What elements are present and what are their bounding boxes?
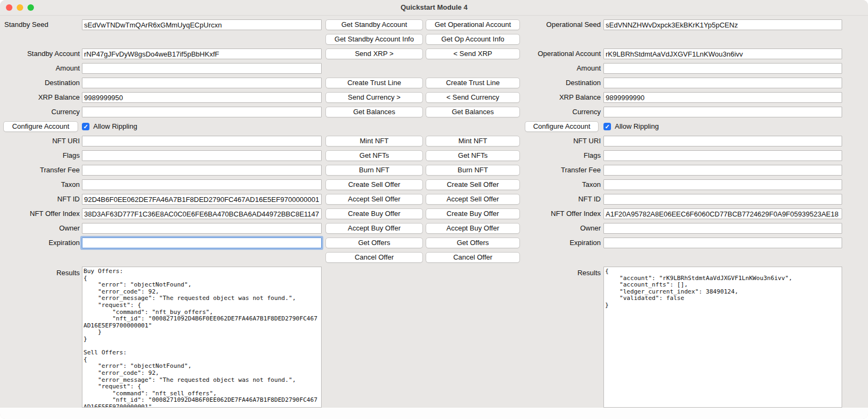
- standby-nft-id-label: NFT ID: [0, 194, 80, 205]
- standby-amount-input[interactable]: [82, 63, 322, 74]
- operational-amount-input[interactable]: [603, 63, 842, 74]
- app-window: Quickstart Module 4 Standby Seed Standby…: [0, 0, 868, 419]
- standby-results-label: Results: [0, 268, 80, 278]
- operational-nft-id-input[interactable]: [603, 194, 842, 205]
- operational-amount-label: Amount: [520, 63, 601, 74]
- operational-expiration-label: Expiration: [520, 238, 601, 248]
- operational-flags-input[interactable]: [603, 150, 842, 161]
- create-buy-offer-operational-button[interactable]: Create Buy Offer: [426, 208, 520, 219]
- create-sell-offer-standby-button[interactable]: Create Sell Offer: [325, 179, 423, 190]
- standby-nft-uri-label: NFT URI: [0, 136, 80, 146]
- standby-nft-offer-index-input[interactable]: [82, 208, 322, 219]
- operational-results-text[interactable]: { "account": "rK9LBRhStdmtAaVdJXGVF1LnKW…: [603, 267, 842, 408]
- burn-nft-operational-button[interactable]: Burn NFT: [426, 165, 520, 176]
- operational-transfer-fee-label: Transfer Fee: [520, 165, 601, 176]
- standby-currency-input[interactable]: [82, 107, 322, 117]
- operational-owner-input[interactable]: [603, 223, 842, 234]
- standby-seed-input[interactable]: [82, 19, 322, 30]
- standby-xrp-balance-input[interactable]: [82, 92, 322, 103]
- standby-nft-id-input[interactable]: [82, 194, 322, 205]
- standby-flags-label: Flags: [0, 150, 80, 161]
- send-currency-operational-button[interactable]: < Send Currency: [426, 92, 520, 103]
- send-xrp-standby-button[interactable]: Send XRP >: [325, 48, 423, 59]
- create-trust-line-standby-button[interactable]: Create Trust Line: [325, 78, 423, 88]
- operational-xrp-balance-input[interactable]: [603, 92, 842, 103]
- standby-expiration-input[interactable]: [82, 238, 322, 248]
- send-currency-standby-button[interactable]: Send Currency >: [325, 92, 423, 103]
- operational-results-label: Results: [520, 268, 601, 278]
- get-operational-account-button[interactable]: Get Operational Account: [426, 19, 520, 30]
- operational-expiration-input[interactable]: [603, 238, 842, 248]
- fullscreen-icon[interactable]: [27, 4, 34, 11]
- window-title: Quickstart Module 4: [0, 0, 868, 15]
- burn-nft-standby-button[interactable]: Burn NFT: [325, 165, 423, 176]
- get-offers-operational-button[interactable]: Get Offers: [426, 238, 520, 248]
- get-op-account-info-button[interactable]: Get Op Account Info: [426, 34, 520, 45]
- operational-account-label: Operational Account: [520, 48, 601, 59]
- get-offers-standby-button[interactable]: Get Offers: [325, 238, 423, 248]
- mint-nft-operational-button[interactable]: Mint NFT: [426, 136, 520, 146]
- operational-flags-label: Flags: [520, 150, 601, 161]
- standby-taxon-label: Taxon: [0, 179, 80, 190]
- operational-allow-rippling-label: Allow Rippling: [615, 121, 659, 132]
- minimize-icon[interactable]: [17, 4, 23, 11]
- standby-configure-account-button[interactable]: Configure Account: [3, 121, 78, 132]
- create-sell-offer-operational-button[interactable]: Create Sell Offer: [426, 179, 520, 190]
- standby-nft-uri-input[interactable]: [82, 136, 322, 146]
- standby-allow-rippling-checkbox[interactable]: ✓: [82, 123, 89, 130]
- operational-taxon-label: Taxon: [520, 179, 601, 190]
- operational-taxon-input[interactable]: [603, 179, 842, 190]
- operational-transfer-fee-input[interactable]: [603, 165, 842, 176]
- standby-destination-input[interactable]: [82, 78, 322, 88]
- create-buy-offer-standby-button[interactable]: Create Buy Offer: [325, 208, 423, 219]
- get-balances-operational-button[interactable]: Get Balances: [426, 107, 520, 117]
- standby-seed-label: Standby Seed: [0, 19, 80, 30]
- operational-nft-id-label: NFT ID: [520, 194, 601, 205]
- titlebar: Quickstart Module 4: [0, 0, 868, 16]
- operational-nft-offer-index-input[interactable]: [603, 208, 842, 219]
- standby-taxon-input[interactable]: [82, 179, 322, 190]
- accept-sell-offer-standby-button[interactable]: Accept Sell Offer: [325, 194, 423, 205]
- standby-account-label: Standby Account: [0, 48, 80, 59]
- operational-owner-label: Owner: [520, 223, 601, 234]
- cancel-offer-standby-button[interactable]: Cancel Offer: [325, 252, 423, 263]
- standby-flags-input[interactable]: [82, 150, 322, 161]
- operational-nft-offer-index-label: NFT Offer Index: [520, 208, 601, 219]
- operational-destination-label: Destination: [520, 78, 601, 88]
- operational-allow-rippling-checkbox[interactable]: ✓: [603, 123, 611, 130]
- get-balances-standby-button[interactable]: Get Balances: [325, 107, 423, 117]
- window-footer-area: [0, 408, 868, 419]
- standby-expiration-label: Expiration: [0, 238, 80, 248]
- standby-destination-label: Destination: [0, 78, 80, 88]
- operational-xrp-balance-label: XRP Balance: [520, 92, 601, 103]
- standby-account-input[interactable]: [82, 48, 322, 59]
- standby-currency-label: Currency: [0, 107, 80, 117]
- get-standby-account-button[interactable]: Get Standby Account: [325, 19, 423, 30]
- operational-nft-uri-input[interactable]: [603, 136, 842, 146]
- send-xrp-operational-button[interactable]: < Send XRP: [426, 48, 520, 59]
- standby-results-text[interactable]: Buy Offers: { "error": "objectNotFound",…: [82, 267, 322, 408]
- standby-nft-offer-index-label: NFT Offer Index: [0, 208, 80, 219]
- accept-buy-offer-operational-button[interactable]: Accept Buy Offer: [426, 223, 520, 234]
- standby-xrp-balance-label: XRP Balance: [0, 92, 80, 103]
- standby-transfer-fee-label: Transfer Fee: [0, 165, 80, 176]
- operational-configure-account-button[interactable]: Configure Account: [525, 121, 599, 132]
- operational-account-input[interactable]: [603, 48, 842, 59]
- accept-buy-offer-standby-button[interactable]: Accept Buy Offer: [325, 223, 423, 234]
- standby-owner-label: Owner: [0, 223, 80, 234]
- close-icon[interactable]: [6, 4, 12, 11]
- operational-destination-input[interactable]: [603, 78, 842, 88]
- cancel-offer-operational-button[interactable]: Cancel Offer: [426, 252, 520, 263]
- operational-seed-label: Operational Seed: [520, 19, 601, 30]
- standby-transfer-fee-input[interactable]: [82, 165, 322, 176]
- get-standby-account-info-button[interactable]: Get Standby Account Info: [325, 34, 423, 45]
- accept-sell-offer-operational-button[interactable]: Accept Sell Offer: [426, 194, 520, 205]
- standby-owner-input[interactable]: [82, 223, 322, 234]
- get-nfts-operational-button[interactable]: Get NFTs: [426, 150, 520, 161]
- standby-allow-rippling-label: Allow Rippling: [93, 121, 137, 132]
- operational-currency-input[interactable]: [603, 107, 842, 117]
- create-trust-line-operational-button[interactable]: Create Trust Line: [426, 78, 520, 88]
- operational-seed-input[interactable]: [603, 19, 842, 30]
- mint-nft-standby-button[interactable]: Mint NFT: [325, 136, 423, 146]
- get-nfts-standby-button[interactable]: Get NFTs: [325, 150, 423, 161]
